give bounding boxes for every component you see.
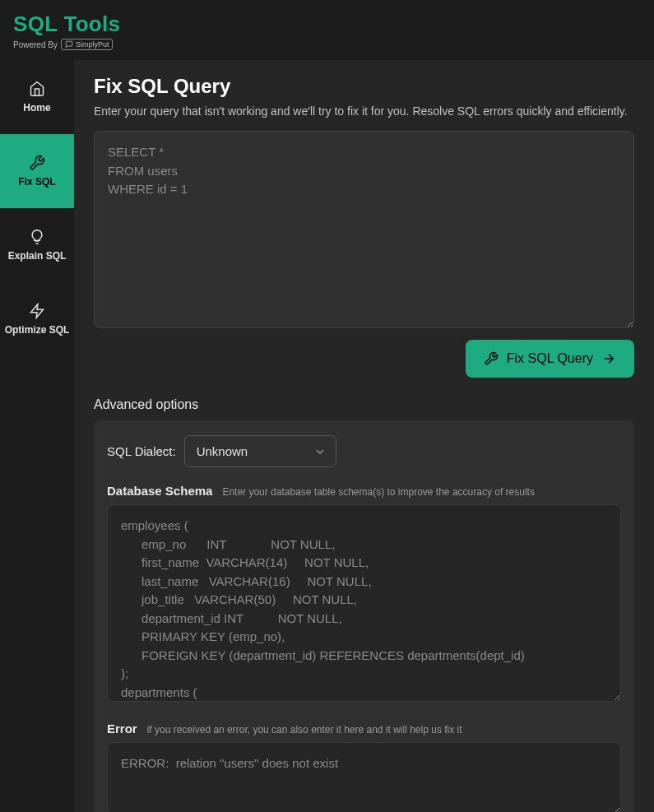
svg-marker-0 (31, 304, 44, 318)
sidebar: Home Fix SQL Explain SQL Optimize SQL (0, 60, 74, 812)
query-input[interactable] (94, 131, 634, 328)
bolt-icon (29, 303, 45, 319)
sidebar-item-home[interactable]: Home (0, 60, 74, 134)
button-row: Fix SQL Query (94, 340, 634, 378)
fix-sql-button[interactable]: Fix SQL Query (466, 340, 634, 378)
fix-sql-button-label: Fix SQL Query (507, 351, 593, 366)
advanced-panel: SQL Dialect: Unknown Database Schema Ent… (94, 420, 634, 812)
lightbulb-icon (29, 229, 45, 245)
sidebar-item-label: Optimize SQL (5, 324, 70, 336)
schema-input[interactable] (107, 504, 621, 702)
error-field: Error if you received an error, you can … (107, 722, 621, 812)
powered-by-badge: SimplyPut (61, 39, 114, 50)
app-header: SQL Tools Powered By SimplyPut (0, 0, 654, 60)
arrow-right-icon (601, 351, 616, 366)
home-icon (29, 81, 45, 97)
wrench-icon (484, 351, 499, 366)
dialect-label: SQL Dialect: (107, 444, 176, 458)
brand-subtitle: Powered By SimplyPut (13, 39, 641, 50)
sidebar-item-label: Fix SQL (18, 176, 55, 188)
chat-icon (65, 40, 73, 49)
error-input[interactable] (107, 742, 621, 812)
schema-field: Database Schema Enter your database tabl… (107, 484, 621, 705)
sidebar-item-label: Explain SQL (8, 250, 67, 262)
sidebar-item-fix-sql[interactable]: Fix SQL (0, 134, 74, 208)
schema-label: Database Schema (107, 484, 212, 498)
powered-by-label: Powered By (13, 40, 58, 49)
dialect-select-wrap: Unknown (184, 435, 336, 467)
sidebar-item-label: Home (23, 102, 50, 114)
dialect-select[interactable]: Unknown (184, 435, 336, 467)
sidebar-item-explain-sql[interactable]: Explain SQL (0, 208, 74, 282)
page-description: Enter your query that isn't working and … (94, 103, 634, 119)
advanced-options-title: Advanced options (94, 397, 634, 412)
brand-title: SQL Tools (13, 12, 641, 37)
powered-by-name: SimplyPut (76, 40, 109, 49)
page-title: Fix SQL Query (94, 75, 634, 98)
main-content: Fix SQL Query Enter your query that isn'… (74, 60, 654, 812)
sidebar-item-optimize-sql[interactable]: Optimize SQL (0, 282, 74, 356)
dialect-row: SQL Dialect: Unknown (107, 435, 621, 467)
error-hint: if you received an error, you can also e… (147, 724, 462, 735)
schema-hint: Enter your database table schema(s) to i… (222, 486, 535, 498)
wrench-icon (29, 155, 45, 171)
error-label: Error (107, 722, 137, 735)
